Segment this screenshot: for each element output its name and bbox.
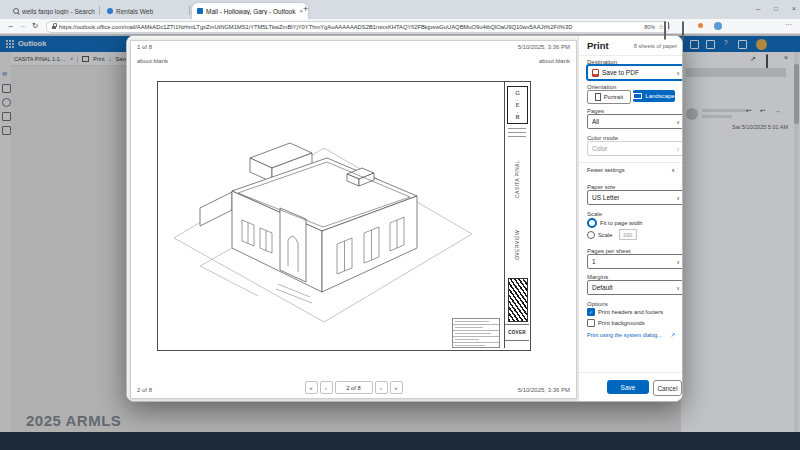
system-dialog-row: Print using the system dialog... ↗ bbox=[587, 332, 675, 338]
tab-separator bbox=[189, 6, 190, 15]
browser-menu-icon[interactable]: ⋯ bbox=[785, 21, 792, 29]
sheets-count: 8 sheets of paper bbox=[634, 43, 677, 49]
globe-icon bbox=[107, 8, 113, 14]
sheet-title: COVER bbox=[505, 330, 529, 335]
radio-selected-icon bbox=[587, 218, 597, 228]
scale-input[interactable] bbox=[619, 229, 637, 240]
url-text: https://outlook.office.com/mail/AAMkADc1… bbox=[59, 24, 641, 30]
chevron-up-icon: ∧ bbox=[671, 167, 675, 173]
title-block-table bbox=[452, 318, 500, 348]
fewer-settings-toggle[interactable]: Fewer settings ∧ bbox=[587, 167, 675, 173]
caret-down-icon: ∨ bbox=[676, 119, 680, 125]
project-name-vertical: CASITA PINAL bbox=[505, 144, 529, 214]
profile-avatar[interactable] bbox=[714, 22, 722, 30]
search-icon bbox=[13, 8, 19, 14]
zoom-indicator[interactable]: 80% bbox=[644, 24, 655, 30]
radio-unselected-icon bbox=[587, 231, 595, 239]
tab-rentals-web[interactable]: Rentals Web bbox=[102, 3, 198, 19]
preview-pagination: « ‹ 2 of 8 › » bbox=[305, 381, 403, 394]
print-preview-area: 1 of 8 5/10/2025, 3:36 PM about:blank ab… bbox=[127, 36, 578, 401]
close-window-icon[interactable]: × bbox=[786, 0, 800, 16]
caret-down-icon: ∨ bbox=[676, 70, 680, 76]
print-dialog: 1 of 8 5/10/2025, 3:36 PM about:blank ab… bbox=[126, 35, 683, 402]
last-page-button[interactable]: » bbox=[390, 381, 403, 394]
tab-wells-fargo[interactable]: wells fargo login - Search bbox=[8, 3, 108, 19]
extension-badge-icon[interactable] bbox=[698, 23, 703, 28]
back-icon[interactable]: ← bbox=[7, 21, 15, 30]
scale-label: Scale bbox=[587, 211, 602, 217]
cancel-button[interactable]: Cancel bbox=[653, 380, 682, 396]
screen: wells fargo login - Search Rentals Web M… bbox=[0, 0, 800, 450]
address-bar[interactable]: https://outlook.office.com/mail/AAMkADc1… bbox=[46, 21, 670, 33]
printed-title-row: about:blank about:blank bbox=[137, 58, 570, 64]
portrait-icon bbox=[595, 93, 601, 101]
tab-separator bbox=[99, 6, 100, 15]
color-mode-select: Color ∨ bbox=[587, 141, 683, 156]
margins-select[interactable]: Default ∨ bbox=[587, 280, 683, 295]
prev-page-button[interactable]: ‹ bbox=[320, 381, 333, 394]
first-page-button[interactable]: « bbox=[305, 381, 318, 394]
split-screen-icon[interactable] bbox=[664, 21, 666, 40]
drawing-sheet: G.E.R CASITA PINAL OVERVIEW COVER bbox=[157, 81, 531, 351]
new-tab-button[interactable]: + bbox=[303, 4, 308, 14]
checkbox-unchecked-icon bbox=[587, 319, 595, 327]
options-label: Options bbox=[587, 301, 608, 307]
landscape-button[interactable]: Landscape bbox=[633, 90, 675, 102]
printed-header-row: 1 of 8 5/10/2025, 3:36 PM bbox=[137, 44, 570, 50]
maximize-window-icon[interactable]: □ bbox=[768, 0, 784, 16]
architect-logo: G.E.R bbox=[507, 86, 528, 124]
landscape-icon bbox=[633, 93, 642, 99]
extensions-icon[interactable] bbox=[682, 21, 684, 40]
pdf-icon bbox=[592, 69, 599, 77]
caret-down-icon: ∨ bbox=[676, 285, 680, 291]
stamp-image bbox=[508, 278, 528, 322]
checkbox-checked-icon: ✓ bbox=[587, 308, 595, 316]
browser-nav-bar: ← → ↻ https://outlook.office.com/mail/AA… bbox=[0, 19, 800, 34]
save-button[interactable]: Save bbox=[607, 380, 649, 394]
print-settings-panel: Print 8 sheets of paper Destination Save… bbox=[578, 36, 683, 401]
forward-icon[interactable]: → bbox=[19, 21, 27, 30]
print-dialog-title: Print bbox=[587, 40, 609, 51]
preview-page-counter-bottom: 2 of 8 bbox=[137, 387, 152, 393]
caret-down-icon: ∨ bbox=[676, 259, 680, 265]
print-backgrounds-option[interactable]: Print backgrounds bbox=[587, 319, 645, 327]
lock-icon bbox=[52, 26, 56, 29]
paper-size-select[interactable]: US Letter ∨ bbox=[587, 190, 683, 205]
preview-page-counter-top: 1 of 8 bbox=[137, 44, 152, 50]
scale-custom-option[interactable]: Scale bbox=[587, 229, 637, 240]
outlook-icon bbox=[197, 8, 203, 14]
print-preview-page: 1 of 8 5/10/2025, 3:36 PM about:blank ab… bbox=[130, 40, 577, 399]
destination-select[interactable]: Save to PDF ∨ bbox=[587, 65, 683, 80]
scale-fit-option[interactable]: Fit to page width bbox=[587, 218, 643, 228]
printed-datetime-bottom: 5/10/2025, 3:36 PM bbox=[518, 387, 570, 393]
pages-select[interactable]: All ∨ bbox=[587, 114, 683, 129]
portrait-button[interactable]: Portrait bbox=[587, 90, 631, 104]
caret-down-icon: ∨ bbox=[676, 195, 680, 201]
headers-footers-option[interactable]: ✓ Print headers and footers bbox=[587, 308, 663, 316]
caret-down-icon: ∨ bbox=[676, 146, 680, 152]
title-block-strip: G.E.R CASITA PINAL OVERVIEW COVER bbox=[504, 82, 530, 348]
system-dialog-link[interactable]: Print using the system dialog... bbox=[587, 332, 662, 338]
minimize-window-icon[interactable]: ─ bbox=[750, 0, 766, 16]
orientation-toggle: Portrait Landscape bbox=[587, 90, 675, 102]
pages-per-sheet-select[interactable]: 1 ∨ bbox=[587, 254, 683, 269]
next-page-button[interactable]: › bbox=[375, 381, 388, 394]
refresh-icon[interactable]: ↻ bbox=[32, 21, 38, 30]
page-indicator: 2 of 8 bbox=[335, 381, 373, 394]
tab-title: wells fargo login - Search bbox=[22, 8, 103, 15]
printed-datetime-top: 5/10/2025, 3:36 PM bbox=[518, 44, 570, 50]
browser-tab-bar: wells fargo login - Search Rentals Web M… bbox=[0, 0, 800, 19]
windows-taskbar: O ∧ 93°F Sunny 3:37 PM 5/10/2025 bbox=[0, 432, 800, 450]
printed-title-left: about:blank bbox=[137, 58, 168, 64]
tab-title: Mail - Holloway, Gary - Outlook bbox=[206, 8, 296, 15]
tab-outlook[interactable]: Mail - Holloway, Gary - Outlook × bbox=[192, 3, 308, 19]
view-name-vertical: OVERVIEW bbox=[505, 216, 529, 274]
house-drawing bbox=[162, 96, 498, 340]
printed-title-right: about:blank bbox=[539, 58, 570, 64]
tab-title: Rentals Web bbox=[116, 8, 193, 15]
open-new-icon: ↗ bbox=[670, 332, 675, 338]
